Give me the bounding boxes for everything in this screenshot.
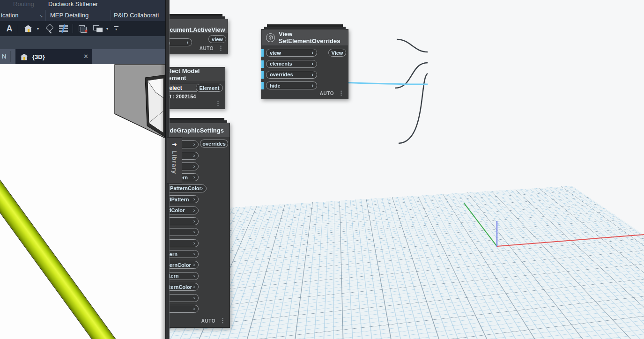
revit-ribbon: Routing Ductwork Stiffener ication ↘ MEP… (0, 0, 165, 21)
chevron-right-icon: › (193, 175, 195, 180)
chevron-right-icon: › (201, 186, 203, 191)
view-tab-partial[interactable]: N (2, 53, 6, 60)
dynamo-canvas[interactable] (170, 0, 644, 339)
chevron-right-icon: › (312, 83, 313, 88)
output-port-view[interactable]: View (328, 49, 346, 57)
location-pin-button[interactable] (44, 23, 55, 34)
wall-opening-3d[interactable] (0, 64, 165, 153)
home-view-button[interactable] (22, 23, 34, 34)
collapse-icon: ▾ (114, 26, 118, 31)
home-icon (20, 53, 28, 60)
chevron-right-icon: › (193, 241, 195, 246)
ribbon-tab-routing[interactable]: Routing (13, 0, 34, 7)
chevron-right-icon: › (193, 153, 195, 158)
ribbon-tab-pid-collaboration[interactable]: P&ID Collaborati (114, 12, 159, 19)
section-list-button[interactable] (57, 23, 69, 34)
chevron-right-icon: › (193, 229, 195, 235)
tab-separator (10, 51, 11, 62)
view-tab-3d-active[interactable]: {3D} ✕ (15, 49, 92, 64)
window-drop-shadow (160, 64, 165, 339)
node-title: Select Model Element (163, 67, 221, 81)
ribbon-tab-mep-detailing[interactable]: MEP Detailing (50, 12, 89, 19)
home-icon (24, 25, 32, 32)
node-footer: AUTO ⋮ (262, 89, 348, 99)
revit-options-strip (0, 36, 165, 49)
view-tab-bar: N {3D} ✕ (0, 49, 165, 64)
node-view-setelementoverrides[interactable]: View SetElementOverrides view›elements›o… (261, 29, 348, 99)
ground-grid (170, 186, 644, 339)
node-header[interactable]: View SetElementOverrides (262, 29, 348, 45)
revit-quick-toolbar: A ▾ ✕ ▾ ▾ (0, 21, 165, 36)
chevron-right-icon: › (193, 219, 195, 224)
lacing-label[interactable]: AUTO (320, 91, 334, 96)
chevron-right-icon: › (193, 208, 195, 213)
chevron-right-icon: › (312, 61, 313, 66)
input-port[interactable]: hide› (266, 81, 317, 89)
lacing-label[interactable]: AUTO (201, 318, 215, 324)
chevron-right-icon: › (193, 251, 195, 257)
chevron-right-icon: › (193, 284, 195, 289)
close-tab-icon[interactable]: ✕ (83, 53, 89, 60)
chevron-right-icon: › (193, 262, 195, 267)
close-inactive-windows-button[interactable]: ✕ (76, 23, 89, 34)
input-port[interactable]: overrides› (266, 71, 317, 79)
sheets-delete-icon: ✕ (79, 25, 86, 32)
input-port[interactable]: view› (266, 49, 317, 57)
context-menu-icon[interactable]: ⋮ (215, 101, 221, 106)
chevron-right-icon: › (193, 273, 195, 279)
app-screen: ΛV Document.ActiveView refresh› view AUT… (0, 0, 644, 339)
lacing-label[interactable]: AUTO (200, 46, 214, 51)
node-cube-icon (266, 33, 275, 42)
ribbon-separator (111, 10, 111, 21)
node-title: ΛV Document.ActiveView (162, 19, 225, 33)
library-panel-tab[interactable]: ➜ Library (167, 137, 182, 184)
context-menu-icon[interactable]: ⋮ (338, 91, 344, 96)
chevron-right-icon: › (193, 197, 195, 202)
switch-windows-icon (93, 25, 103, 32)
output-port-view[interactable]: view (208, 35, 226, 43)
revit-window: Routing Ductwork Stiffener ication ↘ MEP… (0, 0, 165, 339)
home-dropdown-caret-icon[interactable]: ▾ (36, 23, 40, 34)
text-style-button[interactable]: A (5, 23, 14, 34)
ribbon-tab-fabrication-partial[interactable]: ication (1, 12, 19, 19)
input-port[interactable]: elements› (266, 60, 317, 68)
duct-pipe-3d[interactable] (0, 172, 165, 339)
output-port-element[interactable]: Element (196, 84, 223, 92)
panel-launcher-icon[interactable]: ↘ (39, 14, 43, 18)
view-tab-label: {3D} (32, 53, 45, 60)
chevron-right-icon: › (193, 306, 195, 311)
toolbar-separator (18, 24, 18, 33)
expand-arrow-icon[interactable]: ➜ (172, 141, 177, 148)
switch-windows-caret-icon[interactable]: ▾ (105, 23, 110, 34)
toolbar-separator (73, 24, 73, 33)
list-slash-icon (59, 25, 68, 32)
chevron-right-icon: › (312, 72, 313, 77)
pin-icon (46, 24, 54, 32)
chevron-right-icon: › (193, 295, 195, 301)
revit-3d-viewport[interactable] (0, 64, 165, 339)
chevron-right-icon: › (312, 50, 313, 55)
context-menu-icon[interactable]: ⋮ (220, 318, 226, 323)
ribbon-separator (45, 10, 46, 21)
chevron-right-icon: › (193, 164, 195, 169)
ribbon-tab-ductwork-stiffener[interactable]: Ductwork Stiffener (48, 0, 98, 7)
library-tab-label: Library (171, 150, 178, 174)
node-title: View SetElementOverrides (279, 30, 344, 44)
output-port-overrides[interactable]: overrides (200, 140, 228, 147)
switch-windows-button[interactable] (91, 23, 104, 34)
collapse-ribbon-button[interactable]: ▾ (112, 23, 120, 34)
chevron-right-icon: › (193, 142, 195, 147)
context-menu-icon[interactable]: ⋮ (218, 46, 224, 51)
